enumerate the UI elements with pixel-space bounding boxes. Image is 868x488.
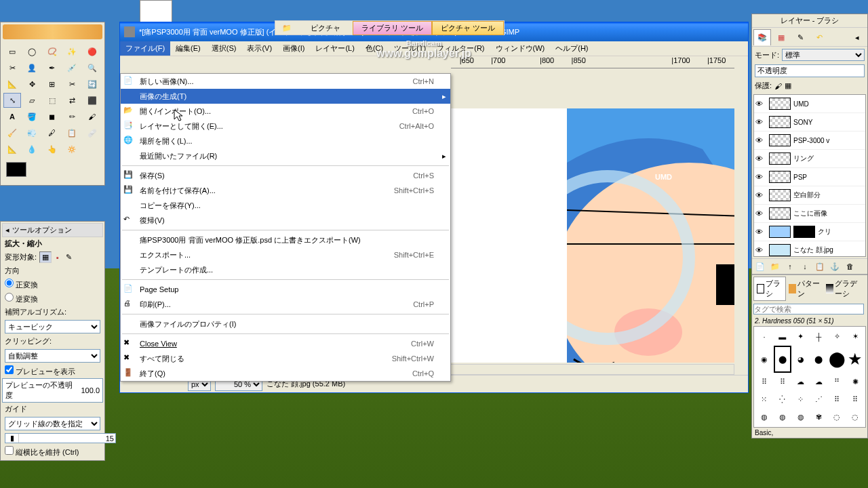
raise-layer-btn[interactable]: ↑ [783, 260, 797, 272]
menu-item[interactable]: コピーを保存(Y)... [121, 198, 450, 213]
lock-pixels-btn[interactable]: 🖌 [774, 82, 782, 90]
cage-tool[interactable]: ⬛ [83, 93, 101, 108]
blur-tool[interactable]: 💧 [23, 142, 41, 157]
menu-item[interactable]: テンプレートの作成... [121, 262, 450, 277]
aspect-check[interactable]: 縦横比を維持 (Ctrl) [5, 446, 79, 458]
blend-tool[interactable]: ◼ [43, 109, 61, 124]
lower-layer-btn[interactable]: ↓ [798, 260, 812, 272]
menu-item[interactable]: 🚪終了(Q)Ctrl+Q [121, 366, 450, 381]
paintbrush-tool[interactable]: 🖌 [83, 109, 101, 124]
align-tool[interactable]: ⊞ [43, 77, 61, 92]
menu-colors[interactable]: 色(C) [360, 41, 389, 56]
heal-tool[interactable]: 🩹 [83, 125, 101, 140]
layer-row[interactable]: 👁SONY [754, 113, 865, 131]
layer-row[interactable]: 👁PSP-3000 v [754, 131, 865, 150]
interpolation-select[interactable]: キュービック [5, 320, 100, 333]
menu-item[interactable]: 📄Page Setup [121, 282, 450, 297]
menu-item[interactable]: 最近開いたファイル(R)▸ [121, 148, 450, 163]
menu-item[interactable]: 🖨印刷(P)...Ctrl+P [121, 297, 450, 312]
lock-alpha-btn[interactable]: ▦ [785, 81, 791, 90]
transform-path-btn[interactable]: ✎ [64, 252, 74, 262]
layer-row[interactable]: 👁リング [754, 150, 865, 168]
dock-menu-btn[interactable]: ◂ [848, 29, 866, 45]
menu-layer[interactable]: レイヤー(L) [310, 41, 359, 56]
menu-filters[interactable]: フィルター(R) [431, 41, 490, 56]
menu-image[interactable]: 画像(I) [277, 41, 310, 56]
menu-item[interactable]: 📄新しい画像(N)...Ctrl+N [121, 74, 450, 89]
menu-item[interactable]: エクスポート...Shift+Ctrl+E [121, 247, 450, 262]
layer-row[interactable]: 👁UMD [754, 95, 865, 113]
color-select-tool[interactable]: 🔴 [83, 44, 101, 59]
scissors-tool[interactable]: ✂ [3, 60, 21, 75]
layer-row[interactable]: 👁ここに画像 [754, 205, 865, 223]
free-select-tool[interactable]: 📿 [43, 44, 61, 59]
anchor-layer-btn[interactable]: ⚓ [828, 260, 842, 272]
new-layer-btn[interactable]: 📄 [753, 260, 767, 272]
menu-item[interactable]: 画像の生成(T)▸ [121, 89, 450, 104]
layers-tab[interactable]: 📚 [753, 29, 771, 45]
menu-item[interactable]: 痛PSP3000用 背面 verMOO 修正版.psd に上書きエクスポート(W… [121, 232, 450, 247]
layer-list[interactable]: 👁UMD👁SONY👁PSP-3000 v👁リング👁PSP👁空白部分👁ここに画像👁… [753, 94, 866, 257]
menu-item[interactable]: ✖すべて閉じるShift+Ctrl+W [121, 351, 450, 366]
guide-select[interactable]: グリッド線の数を指定 [5, 417, 100, 430]
crop-tool[interactable]: ✂ [63, 77, 81, 92]
guide-count-input[interactable]: ▮ [5, 433, 116, 443]
shear-tool[interactable]: ▱ [23, 93, 41, 108]
flip-tool[interactable]: ⇄ [63, 93, 81, 108]
pencil-tool[interactable]: ✏ [63, 109, 81, 124]
delete-layer-btn[interactable]: 🗑 [843, 260, 856, 272]
menu-item[interactable]: 🌐場所を開く(L)... [121, 134, 450, 148]
menu-item[interactable]: ✖Close ViewCtrl+W [121, 336, 450, 351]
menu-item[interactable]: 💾名前を付けて保存(A)...Shift+Ctrl+S [121, 183, 450, 198]
menu-item[interactable]: 💾保存(S)Ctrl+S [121, 168, 450, 183]
menu-view[interactable]: 表示(V) [241, 41, 277, 56]
channels-tab[interactable]: ▦ [772, 29, 790, 45]
menu-item[interactable]: ↶復帰(V) [121, 213, 450, 228]
layer-opacity[interactable]: 不透明度 [755, 64, 865, 77]
layer-row[interactable]: 👁クリ [754, 223, 865, 241]
menu-item[interactable]: 画像ファイルのプロパティ(I) [121, 317, 450, 331]
perspective-tool[interactable]: ⬚ [43, 93, 61, 108]
ellipse-select-tool[interactable]: ◯ [23, 44, 41, 59]
menu-item[interactable]: 📂開く/インポート(O)...Ctrl+O [121, 104, 450, 119]
scale-tool[interactable]: ⤡ [3, 93, 21, 108]
measure-tool[interactable]: 📐 [3, 77, 21, 92]
brush-tab[interactable]: ブラシ [753, 277, 786, 301]
layer-row[interactable]: 👁PSP [754, 168, 865, 186]
transform-sel-btn[interactable]: ▪ [54, 253, 61, 262]
paths-tool[interactable]: ✒ [43, 60, 61, 75]
ink-tool[interactable]: 🖋 [43, 125, 61, 140]
layer-mode-select[interactable]: 標準 [782, 49, 865, 61]
dir-normal-radio[interactable]: 正変換 [5, 279, 38, 290]
menu-file[interactable]: ファイル(F) [120, 41, 170, 56]
rotate-tool[interactable]: 🔄 [83, 77, 101, 92]
layer-row[interactable]: 👁空白部分 [754, 186, 865, 205]
brush-filter-input[interactable] [753, 304, 864, 314]
pattern-tab[interactable]: パターン [786, 277, 823, 301]
rect-select-tool[interactable]: ▭ [3, 44, 21, 59]
zoom-tool[interactable]: 🔍 [83, 60, 101, 75]
menu-select[interactable]: 選択(S) [206, 41, 242, 56]
perspective-clone-tool[interactable]: 📐 [3, 142, 21, 157]
airbrush-tool[interactable]: 💨 [23, 125, 41, 140]
menu-edit[interactable]: 編集(E) [170, 41, 206, 56]
color-swatch[interactable] [6, 162, 40, 182]
foreground-tool[interactable]: 👤 [23, 60, 41, 75]
menu-tools[interactable]: ツール(T) [389, 41, 431, 56]
preview-check[interactable]: プレビューを表示 [5, 365, 75, 377]
clone-tool[interactable]: 📋 [63, 125, 81, 140]
brush-grid[interactable]: · ▬ ✦ ┼ ✧ ✶ ◉ ⬤ ◕ ⬤ ⬤ ★ ⠿ ⠿ ☁ ☁ ⠛ ✺ ⁙ ⁛ … [753, 326, 866, 428]
library-tools-tab[interactable]: ライブラリ ツール [353, 21, 432, 35]
clipping-select[interactable]: 自動調整 [5, 349, 100, 363]
menu-windows[interactable]: ウィンドウ(W) [490, 41, 551, 56]
menu-help[interactable]: ヘルプ(H) [550, 41, 593, 56]
layer-group-btn[interactable]: 📁 [768, 260, 782, 272]
paths-tab[interactable]: ✎ [791, 29, 809, 45]
layer-row[interactable]: 👁こなた 顔.jpg [754, 241, 865, 257]
fg-color[interactable] [6, 162, 26, 177]
fuzzy-select-tool[interactable]: ✨ [63, 44, 81, 59]
undo-tab[interactable]: ↶ [810, 29, 828, 45]
picture-tools-tab[interactable]: ピクチャ ツール [432, 21, 504, 35]
gradient-tab[interactable]: グラデーシ [823, 277, 866, 301]
color-picker-tool[interactable]: 💉 [63, 60, 81, 75]
